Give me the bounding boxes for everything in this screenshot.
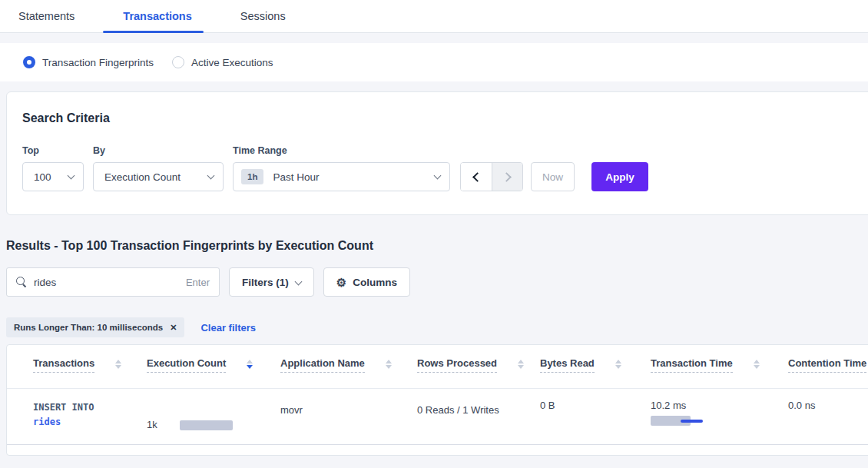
time-range-label: Time Range (233, 145, 450, 156)
column-header-transactions[interactable]: Transactions (33, 357, 147, 388)
top-select[interactable]: 100 (22, 162, 84, 191)
column-header-label[interactable]: Execution Count (147, 357, 226, 373)
top-label: Top (22, 145, 84, 156)
chevron-down-icon (68, 171, 75, 179)
columns-button-label: Columns (353, 277, 397, 288)
table-row[interactable]: INSERT INTO rides 1k movr 0 Reads / 1 Wr… (7, 389, 868, 445)
tab-statements[interactable]: Statements (18, 0, 75, 32)
chevron-left-icon (472, 172, 482, 182)
search-icon (16, 277, 27, 287)
sort-icon[interactable] (754, 360, 760, 369)
search-criteria-title: Search Criteria (22, 111, 868, 125)
top-tab-bar: Statements Transactions Sessions (0, 0, 868, 33)
radio-label: Transaction Fingerprints (42, 57, 154, 68)
search-enter-hint: Enter (186, 277, 210, 288)
sort-icon[interactable] (615, 360, 621, 369)
apply-button[interactable]: Apply (591, 162, 648, 191)
tab-transactions[interactable]: Transactions (123, 0, 191, 32)
column-header-label[interactable]: Rows Processed (417, 357, 497, 373)
transaction-time-bar-blue-line (681, 420, 703, 423)
application-name-cell: movr (280, 404, 417, 444)
tab-sessions[interactable]: Sessions (240, 0, 286, 32)
table-header-row: Transactions Execution Count Application… (7, 345, 868, 389)
search-criteria-panel: Search Criteria Top 100 By Execution Cou… (6, 91, 868, 215)
column-header-application-name[interactable]: Application Name (280, 357, 417, 388)
filters-button-label: Filters (1) (242, 277, 289, 288)
results-heading: Results - Top 100 Transaction Fingerprin… (6, 239, 868, 253)
column-header-label[interactable]: Application Name (280, 357, 365, 373)
sort-icon[interactable] (386, 360, 392, 369)
filter-chip-label: Runs Longer Than: 10 milliseconds (14, 323, 163, 332)
column-header-execution-count[interactable]: Execution Count (147, 357, 280, 388)
column-header-label[interactable]: Transaction Time (651, 357, 733, 373)
sort-desc-active-icon[interactable] (247, 360, 253, 369)
rows-processed-cell: 0 Reads / 1 Writes (417, 404, 540, 444)
column-header-label[interactable]: Contention Time (788, 357, 866, 373)
bytes-read-cell: 0 B (540, 400, 651, 444)
contention-time-cell: 0.0 ns (788, 400, 868, 444)
view-mode-band: Transaction Fingerprints Active Executio… (0, 43, 868, 81)
radio-unselected-icon[interactable] (172, 56, 184, 68)
time-range-previous-button[interactable] (461, 163, 492, 191)
column-header-bytes-read[interactable]: Bytes Read (540, 357, 651, 388)
chevron-down-icon (294, 277, 302, 285)
time-range-badge: 1h (241, 169, 263, 184)
time-range-select[interactable]: 1h Past Hour (233, 162, 450, 191)
column-header-label[interactable]: Bytes Read (540, 357, 595, 373)
search-input[interactable] (34, 277, 186, 288)
sort-icon[interactable] (115, 360, 121, 369)
transaction-time-bar (651, 416, 712, 426)
execution-count-cell: 1k (147, 404, 280, 444)
radio-selected-icon[interactable] (23, 56, 35, 68)
radio-active-executions[interactable]: Active Executions (172, 56, 273, 68)
remove-filter-icon[interactable]: ✕ (170, 323, 177, 333)
execution-count-bar (180, 420, 233, 430)
execution-count-value: 1k (147, 419, 157, 430)
by-label: By (93, 145, 224, 156)
clear-filters-link[interactable]: Clear filters (200, 322, 256, 334)
time-range-pager (460, 162, 523, 191)
results-search-box[interactable]: Enter (6, 267, 220, 297)
results-toolbar: Enter Filters (1) ⚙ Columns (6, 267, 868, 297)
column-header-label[interactable]: Transactions (33, 357, 94, 373)
column-header-rows-processed[interactable]: Rows Processed (417, 357, 540, 388)
column-header-transaction-time[interactable]: Transaction Time (651, 357, 788, 388)
now-button[interactable]: Now (531, 162, 575, 191)
filters-button[interactable]: Filters (1) (229, 267, 314, 297)
radio-transaction-fingerprints[interactable]: Transaction Fingerprints (23, 56, 154, 68)
active-filters-row: Runs Longer Than: 10 milliseconds ✕ Clea… (6, 317, 868, 337)
column-header-contention-time[interactable]: Contention Time (788, 357, 868, 388)
results-table: Transactions Execution Count Application… (6, 344, 868, 456)
gear-icon: ⚙ (336, 277, 346, 288)
by-select-value: Execution Count (104, 171, 208, 183)
chevron-down-icon (434, 171, 442, 179)
filter-chip: Runs Longer Than: 10 milliseconds ✕ (6, 317, 184, 337)
transaction-table-link[interactable]: rides (33, 415, 147, 430)
radio-label: Active Executions (191, 57, 273, 68)
sort-icon[interactable] (518, 360, 524, 369)
transaction-time-value: 10.2 ms (651, 400, 788, 411)
transaction-fingerprint-cell: INSERT INTO rides (33, 400, 147, 444)
transaction-statement: INSERT INTO (33, 400, 147, 415)
chevron-right-icon (502, 172, 512, 182)
chevron-down-icon (207, 171, 215, 179)
by-select[interactable]: Execution Count (93, 162, 224, 191)
time-range-next-button[interactable] (492, 163, 522, 191)
transaction-time-cell: 10.2 ms (651, 400, 788, 444)
columns-button[interactable]: ⚙ Columns (323, 267, 410, 297)
time-range-value: Past Hour (273, 171, 435, 183)
top-select-value: 100 (34, 171, 68, 183)
